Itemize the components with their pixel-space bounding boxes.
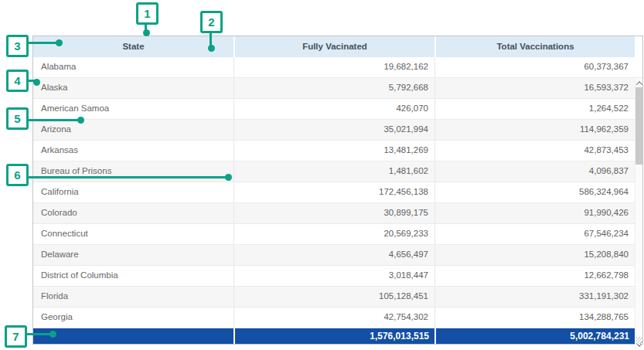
callout-7: 7 xyxy=(5,325,27,348)
table-body: Alabama 19,682,162 60,373,367 Alaska 5,7… xyxy=(33,57,642,328)
cell-total-vaccinations: 67,546,234 xyxy=(434,224,635,244)
cell-total-vaccinations: 42,873,453 xyxy=(434,141,635,161)
table-row[interactable]: Arizona 35,021,994 114,962,359 xyxy=(33,120,642,141)
cell-total-vaccinations: 4,096,837 xyxy=(434,161,635,182)
cell-fully-vacinated: 35,021,994 xyxy=(233,120,434,140)
table-row[interactable]: Georgia 42,754,302 134,288,765 xyxy=(33,308,642,328)
callout-3-dot xyxy=(56,39,63,46)
cell-total-vaccinations: 114,962,359 xyxy=(434,120,635,140)
cell-total-vaccinations: 15,208,840 xyxy=(434,245,635,265)
table-row[interactable]: Alaska 5,792,668 16,593,372 xyxy=(33,78,642,99)
totals-fully-vacinated: 1,576,013,515 xyxy=(233,328,434,344)
column-header-state[interactable]: State xyxy=(33,36,233,57)
cell-fully-vacinated: 105,128,451 xyxy=(233,287,434,307)
cell-state: District of Columbia xyxy=(33,266,233,286)
cell-total-vaccinations: 16,593,372 xyxy=(434,78,635,98)
cell-state: Florida xyxy=(33,287,233,307)
chevron-up-icon xyxy=(635,81,642,87)
cell-fully-vacinated: 5,792,668 xyxy=(233,78,434,98)
vaccination-table-widget: State Fully Vacinated Total Vaccinations… xyxy=(32,36,643,345)
table-row[interactable]: District of Columbia 3,018,447 12,662,79… xyxy=(33,266,642,287)
cell-state: Arizona xyxy=(33,120,233,140)
table-row[interactable]: Connecticut 20,569,233 67,546,234 xyxy=(33,224,642,245)
callout-6-line xyxy=(27,176,227,178)
cell-total-vaccinations: 134,288,765 xyxy=(434,308,635,328)
annotated-table-screenshot: State Fully Vacinated Total Vaccinations… xyxy=(0,0,644,350)
table-row[interactable]: Colorado 30,899,175 91,990,426 xyxy=(33,203,642,224)
cell-state: California xyxy=(33,182,233,202)
callout-3-line xyxy=(27,42,60,44)
table-row[interactable]: California 172,456,138 586,324,964 xyxy=(33,182,642,203)
cell-fully-vacinated: 19,682,162 xyxy=(233,57,434,77)
totals-total-vaccinations: 5,002,784,231 xyxy=(434,328,635,344)
cell-state: Arkansas xyxy=(33,141,233,161)
resize-grip-icon xyxy=(635,337,642,344)
cell-fully-vacinated: 3,018,447 xyxy=(233,266,434,286)
callout-1: 1 xyxy=(136,2,158,25)
column-header-fully-vacinated[interactable]: Fully Vacinated xyxy=(233,36,434,57)
callout-3: 3 xyxy=(6,35,29,57)
callout-6: 6 xyxy=(6,164,29,186)
cell-fully-vacinated: 42,754,302 xyxy=(233,308,434,328)
header-scrollbar-corner xyxy=(635,36,642,57)
callout-2: 2 xyxy=(200,11,223,33)
cell-total-vaccinations: 91,990,426 xyxy=(434,203,635,223)
table-row[interactable]: Arkansas 13,481,269 42,873,453 xyxy=(33,141,642,161)
callout-4: 4 xyxy=(6,70,29,92)
cell-total-vaccinations: 60,373,367 xyxy=(434,57,635,77)
callout-6-dot xyxy=(225,174,232,181)
callout-5: 5 xyxy=(6,107,29,130)
cell-state: Bureau of Prisons xyxy=(33,161,233,182)
cell-state: Georgia xyxy=(33,308,233,328)
callout-7-dot xyxy=(49,331,56,338)
cell-fully-vacinated: 4,656,497 xyxy=(233,245,434,265)
cell-fully-vacinated: 172,456,138 xyxy=(233,182,434,202)
table-row[interactable]: American Samoa 426,070 1,264,522 xyxy=(33,99,642,120)
table-row[interactable]: Delaware 4,656,497 15,208,840 xyxy=(33,245,642,266)
table-row[interactable]: Alabama 19,682,162 60,373,367 xyxy=(33,57,642,78)
table-totals-row: 1,576,013,515 5,002,784,231 xyxy=(33,328,642,344)
callout-7-line xyxy=(26,333,51,335)
cell-fully-vacinated: 426,070 xyxy=(233,99,434,119)
cell-total-vaccinations: 1,264,522 xyxy=(434,99,635,119)
cell-total-vaccinations: 586,324,964 xyxy=(434,182,635,202)
cell-fully-vacinated: 13,481,269 xyxy=(233,141,434,161)
table-row[interactable]: Florida 105,128,451 331,191,302 xyxy=(33,287,642,308)
cell-state: Colorado xyxy=(33,203,233,223)
cell-state: Delaware xyxy=(33,245,233,265)
vertical-scrollbar[interactable] xyxy=(635,78,642,349)
callout-1-dot xyxy=(143,29,150,36)
cell-state: Alaska xyxy=(33,78,233,98)
column-header-total-vaccinations[interactable]: Total Vaccinations xyxy=(434,36,635,57)
cell-fully-vacinated: 20,569,233 xyxy=(233,224,434,244)
cell-fully-vacinated: 1,481,602 xyxy=(233,161,434,182)
cell-total-vaccinations: 331,191,302 xyxy=(434,287,635,307)
table-row[interactable]: Bureau of Prisons 1,481,602 4,096,837 xyxy=(33,161,642,182)
cell-total-vaccinations: 12,662,798 xyxy=(434,266,635,286)
scrollbar-thumb[interactable] xyxy=(635,87,642,165)
table-header-row: State Fully Vacinated Total Vaccinations xyxy=(33,36,642,57)
totals-state-cell xyxy=(33,328,233,344)
callout-5-line xyxy=(27,119,78,121)
cell-state: Alabama xyxy=(33,57,233,77)
cell-state: American Samoa xyxy=(33,99,233,119)
callout-5-dot xyxy=(77,117,84,124)
cell-fully-vacinated: 30,899,175 xyxy=(233,203,434,223)
footer-scrollbar-corner xyxy=(635,328,642,344)
cell-state: Connecticut xyxy=(33,224,233,244)
callout-2-dot xyxy=(208,45,215,52)
callout-4-dot xyxy=(33,79,40,86)
